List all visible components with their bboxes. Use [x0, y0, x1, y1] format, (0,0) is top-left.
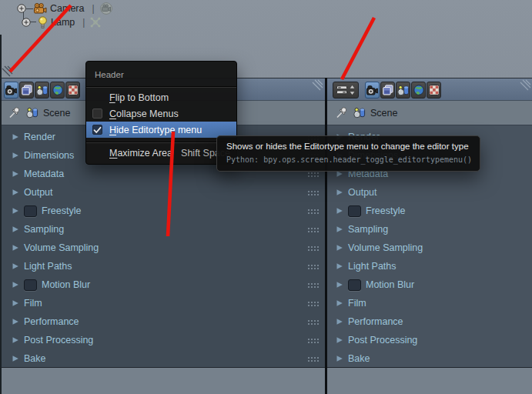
section-label: Post Processing [348, 335, 417, 346]
tab-world[interactable] [411, 82, 426, 98]
properties-panel-right: Scene RenderDimensionsMetadataOutputFree… [327, 78, 532, 394]
section-sampling[interactable]: Sampling [327, 220, 532, 239]
outliner-row-camera[interactable]: Camera | [17, 2, 113, 15]
panel-drag-grip-icon[interactable] [307, 209, 319, 214]
panel-drag-grip-icon[interactable] [307, 245, 319, 251]
section-sampling[interactable]: Sampling [0, 220, 325, 239]
triangle-right-icon [12, 207, 19, 215]
world-icon [52, 85, 63, 95]
tab-scene[interactable] [396, 82, 410, 98]
tab-render-layers[interactable] [380, 82, 395, 98]
expand-plus-icon[interactable] [22, 18, 31, 27]
section-checkbox[interactable] [348, 205, 361, 217]
triangle-right-icon [336, 281, 343, 289]
tab-render[interactable] [4, 82, 18, 98]
section-film[interactable]: Film [0, 294, 325, 312]
outliner-row-lamp[interactable]: Lamp | [22, 15, 102, 29]
scene-icon [26, 107, 38, 119]
pin-icon[interactable] [335, 106, 348, 119]
outliner-item-label: Lamp [51, 17, 75, 28]
section-performance[interactable]: Performance [327, 312, 532, 331]
scene-icon [397, 85, 410, 96]
menu-item-hide-editortype-menu[interactable]: Hide Editortype menu [86, 122, 236, 138]
section-freestyle[interactable]: Freestyle [327, 202, 532, 220]
outliner-item-label: Camera [50, 3, 84, 14]
panel-drag-grip-icon[interactable] [307, 319, 319, 325]
section-bake[interactable]: Bake [327, 349, 532, 368]
section-volume-sampling[interactable]: Volume Sampling [0, 239, 325, 257]
section-label: Light Paths [24, 261, 72, 272]
panel-drag-grip-icon[interactable] [307, 172, 319, 177]
panel-bottom-area [327, 367, 532, 394]
triangle-right-icon [336, 355, 343, 362]
menu-title: Header [86, 66, 236, 85]
panel-drag-grip-icon[interactable] [307, 356, 319, 362]
render-camera-icon [5, 85, 17, 95]
tab-texture[interactable] [65, 82, 80, 98]
section-motion-blur[interactable]: Motion Blur [0, 275, 325, 294]
section-checkbox[interactable] [24, 279, 37, 291]
section-film[interactable]: Film [327, 294, 532, 312]
section-post-processing[interactable]: Post Processing [0, 331, 325, 349]
panel-bottom-area [0, 367, 325, 394]
triangle-right-icon [336, 262, 343, 270]
section-motion-blur[interactable]: Motion Blur [327, 275, 532, 294]
section-checkbox[interactable] [348, 279, 361, 291]
tab-render-layers[interactable] [19, 82, 34, 98]
pin-icon[interactable] [8, 106, 21, 119]
menu-item-maximize-area[interactable]: Maximize AreaShift Space [86, 145, 236, 161]
section-output[interactable]: Output [327, 183, 532, 202]
section-checkbox[interactable] [24, 205, 37, 217]
triangle-right-icon [12, 355, 19, 362]
menu-item-collapse-menus[interactable]: Collapse Menus [86, 105, 236, 122]
section-bake[interactable]: Bake [0, 349, 325, 368]
section-label: Output [24, 187, 53, 198]
tab-render[interactable] [365, 82, 380, 98]
tab-world[interactable] [50, 82, 65, 98]
section-label: Film [24, 298, 42, 309]
editortype-menu-button[interactable] [333, 82, 359, 98]
menu-item-flip-to-bottom[interactable]: Flip to Bottom [86, 89, 236, 105]
tab-bar [365, 82, 441, 98]
triangle-right-icon [336, 207, 343, 215]
panel-drag-grip-icon[interactable] [307, 282, 319, 288]
checked-checkbox[interactable] [92, 125, 102, 135]
section-light-paths[interactable]: Light Paths [0, 257, 325, 275]
render-layers-icon [22, 85, 32, 95]
context-breadcrumb-row: Scene [327, 101, 532, 125]
section-volume-sampling[interactable]: Volume Sampling [327, 239, 532, 257]
restrict-render-icon[interactable] [99, 2, 113, 15]
panel-drag-grip-icon[interactable] [307, 301, 319, 306]
section-performance[interactable]: Performance [0, 312, 325, 331]
section-label: Dimensions [24, 150, 74, 161]
tab-scene[interactable] [35, 82, 49, 98]
area-corner-widget[interactable] [520, 79, 531, 91]
menu-item-label: Maximize Area [109, 148, 172, 159]
section-label: Volume Sampling [24, 242, 99, 253]
scene-breadcrumb-label: Scene [43, 108, 70, 119]
section-freestyle[interactable]: Freestyle [0, 202, 325, 220]
expand-plus-icon[interactable] [17, 4, 26, 13]
unchecked-checkbox[interactable] [92, 109, 102, 119]
section-output[interactable]: Output [0, 183, 325, 202]
triangle-right-icon [12, 170, 19, 178]
properties-editor-icon [336, 85, 348, 95]
panel-drag-grip-icon[interactable] [307, 264, 319, 269]
section-label: Motion Blur [42, 279, 90, 290]
section-light-paths[interactable]: Light Paths [327, 257, 532, 275]
area-corner-widget[interactable] [2, 65, 13, 77]
panel-drag-grip-icon[interactable] [307, 190, 319, 195]
panel-drag-grip-icon[interactable] [307, 227, 319, 232]
section-label: Sampling [24, 224, 64, 235]
section-label: Performance [348, 316, 403, 327]
tab-texture[interactable] [427, 82, 441, 98]
triangle-right-icon [12, 189, 19, 196]
section-post-processing[interactable]: Post Processing [327, 331, 532, 349]
area-divider[interactable] [325, 78, 327, 394]
restrict-view-icon[interactable] [89, 16, 102, 28]
panel-drag-grip-icon[interactable] [307, 338, 319, 343]
triangle-right-icon [12, 318, 19, 326]
triangle-right-icon [12, 299, 19, 307]
area-corner-widget[interactable] [312, 79, 323, 91]
scene-icon [36, 85, 49, 96]
